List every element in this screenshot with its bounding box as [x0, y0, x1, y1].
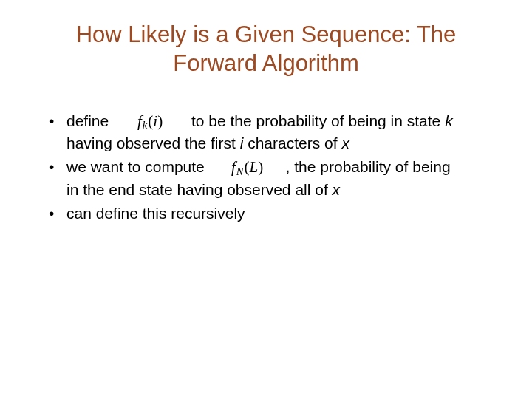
text-recursive: can define this recursively [66, 205, 245, 222]
slide: How Likely is a Given Sequence: The Forw… [0, 0, 532, 242]
math-sub-n: N [236, 166, 245, 177]
text-end-state: in the end state having observed all of [66, 181, 332, 198]
var-x-2: x [332, 181, 341, 198]
math-f2: f [231, 158, 236, 176]
text-prob-being: , the probability of being [286, 158, 451, 175]
text-want-compute: we want to compute [66, 158, 205, 175]
bullet-compute: we want to compute fN(L) , the probabili… [35, 157, 497, 200]
text-prob-state: to be the probability of being in state [191, 112, 445, 129]
var-x-1: x [341, 134, 349, 151]
text-chars-of: characters of [243, 134, 341, 151]
bullet-recursive: can define this recursively [35, 203, 497, 224]
bullet-list: define fk(i) to be the probability of be… [35, 111, 497, 154]
bullet-list-2: we want to compute fN(L) , the probabili… [35, 157, 497, 224]
var-k: k [445, 112, 453, 129]
page-title: How Likely is a Given Sequence: The Forw… [35, 21, 497, 78]
bullet-define: define fk(i) to be the probability of be… [35, 111, 497, 154]
math-f: f [137, 112, 142, 130]
math-fn-l: fN(L) [216, 157, 279, 180]
text-define: define [66, 112, 109, 129]
math-arg-l: L [250, 158, 259, 176]
text-observed-first: having observed the first [66, 134, 240, 151]
math-fk-i: fk(i) [123, 111, 177, 134]
